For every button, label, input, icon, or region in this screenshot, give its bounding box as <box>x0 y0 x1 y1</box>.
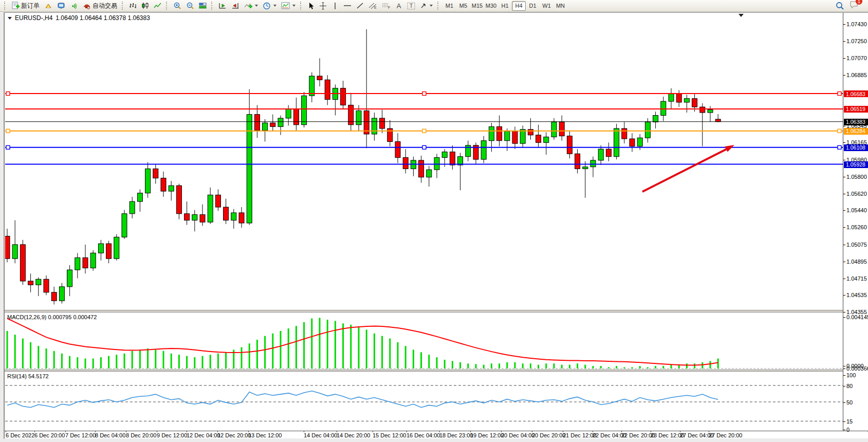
candle <box>208 195 213 222</box>
chart-header: EURUSD-,H4 1.06409 1.06464 1.06378 1.063… <box>8 14 150 22</box>
candle <box>137 193 142 201</box>
line-handle[interactable] <box>6 145 10 149</box>
text-label-tool-button[interactable]: T <box>405 1 417 11</box>
candle <box>551 122 557 137</box>
timeframe-mn[interactable]: MN <box>553 1 567 11</box>
chart-shift-button[interactable] <box>229 1 242 11</box>
line-handle[interactable] <box>422 92 426 96</box>
candle <box>403 157 408 169</box>
templates-caret <box>292 5 296 7</box>
cursor-tool-button[interactable] <box>305 1 317 11</box>
line-handle[interactable] <box>422 129 426 133</box>
notifications-button[interactable]: 1 <box>849 1 859 11</box>
equidistant-channel-tool-button[interactable]: E <box>366 1 379 11</box>
time-axis-label: 20 Dec 04:00 <box>501 432 534 438</box>
candle <box>231 213 236 220</box>
indicators-button[interactable] <box>242 1 260 11</box>
toolbar-grip <box>211 2 214 10</box>
new-order-button[interactable]: 新订单 <box>9 1 42 11</box>
zoom-out-button[interactable] <box>184 1 196 11</box>
line-handle[interactable] <box>6 92 10 96</box>
rsi-pane[interactable] <box>5 372 843 431</box>
price-pane[interactable] <box>5 13 843 310</box>
candle <box>145 169 151 193</box>
candle <box>317 76 322 80</box>
gold-icon <box>44 2 52 9</box>
autotrade-button[interactable]: 自动交易 <box>81 1 119 11</box>
zoom-out-icon <box>186 2 194 10</box>
candle <box>28 281 33 285</box>
signal-icon <box>70 2 78 9</box>
autotrade-label: 自动交易 <box>93 2 117 10</box>
scale-tick-mark <box>843 245 845 245</box>
arrows-tool-button[interactable] <box>418 1 435 11</box>
vertical-line-tool-button[interactable] <box>329 1 341 11</box>
macd-pane[interactable] <box>5 312 843 370</box>
bar-chart-button[interactable] <box>127 1 139 11</box>
candle <box>12 245 17 259</box>
zoom-in-button[interactable] <box>171 1 183 11</box>
line-handle[interactable] <box>838 145 841 149</box>
line-chart-icon <box>154 2 161 9</box>
time-axis-label: 27 Dec 20:00 <box>709 432 742 438</box>
timeframe-h1[interactable]: H1 <box>498 1 512 11</box>
text-tool-button[interactable]: A <box>393 1 404 11</box>
price-tick-label: 1.05440 <box>846 207 867 213</box>
tile-windows-button[interactable] <box>197 1 209 11</box>
zoom-in-icon <box>173 2 181 10</box>
timeframe-m30[interactable]: M30 <box>484 1 498 11</box>
timeframe-h4[interactable]: H4 <box>512 1 526 11</box>
candle <box>44 279 49 292</box>
trendline-tool-button[interactable] <box>354 1 366 11</box>
rsi-scale-label: 80 <box>846 383 853 389</box>
candle <box>114 237 119 259</box>
auto-scroll-button[interactable] <box>216 1 229 11</box>
candle <box>536 135 541 143</box>
candle <box>450 152 455 165</box>
mt4-terminal: 新订单 <box>0 0 868 442</box>
expert-advisor-button[interactable] <box>55 1 67 11</box>
price-scale[interactable]: 1.074301.072501.070701.068851.063451.061… <box>843 13 868 431</box>
signal-button[interactable] <box>68 1 80 11</box>
macd-label: MACD(12,26,9) 0.000795 0.000472 <box>7 314 97 320</box>
horizontal-line-tool-button[interactable] <box>341 1 354 11</box>
templates-button[interactable] <box>279 1 298 11</box>
line-chart-button[interactable] <box>152 1 163 11</box>
timeframe-w1[interactable]: W1 <box>540 1 553 11</box>
scale-tick-mark <box>843 386 845 386</box>
timeframe-m15[interactable]: M15 <box>470 1 484 11</box>
price-badge: 1.06383 <box>844 119 868 125</box>
rsi-scale-label: 15 <box>846 418 853 425</box>
toolbar-grip <box>300 2 303 10</box>
time-axis-label: 13 Dec 12:00 <box>248 432 282 438</box>
candle <box>309 76 315 96</box>
timeframe-m5[interactable]: M5 <box>456 1 470 11</box>
timeframe-d1[interactable]: D1 <box>526 1 540 11</box>
candle <box>224 207 229 220</box>
line-handle[interactable] <box>422 145 426 149</box>
gold-button[interactable] <box>42 1 54 11</box>
time-axis-label: 6 Dec 20:00 <box>34 432 65 438</box>
price-badge: 1.06108 <box>844 144 868 151</box>
candle <box>130 201 135 214</box>
search-icon[interactable] <box>836 2 844 10</box>
svg-text:T: T <box>410 3 413 9</box>
trend-arrow[interactable] <box>642 149 728 192</box>
candlestick-chart-button[interactable] <box>139 1 151 11</box>
line-handle[interactable] <box>838 92 841 96</box>
fibonacci-tool-button[interactable]: F <box>380 1 393 11</box>
line-handle[interactable] <box>838 129 841 133</box>
crosshair-tool-button[interactable] <box>317 1 329 11</box>
chevron-down-icon[interactable] <box>8 17 12 20</box>
candle <box>215 195 220 207</box>
periods-button[interactable] <box>261 1 279 11</box>
candle <box>270 123 275 126</box>
candle <box>645 122 650 138</box>
candle <box>75 257 80 270</box>
candlestick-chart-icon <box>141 2 149 9</box>
scale-tick-mark <box>843 317 845 318</box>
time-axis[interactable]: 6 Dec 20226 Dec 20:007 Dec 12:008 Dec 04… <box>5 432 868 438</box>
candle <box>512 131 518 143</box>
line-handle[interactable] <box>6 129 10 133</box>
timeframe-m1[interactable]: M1 <box>442 1 456 11</box>
